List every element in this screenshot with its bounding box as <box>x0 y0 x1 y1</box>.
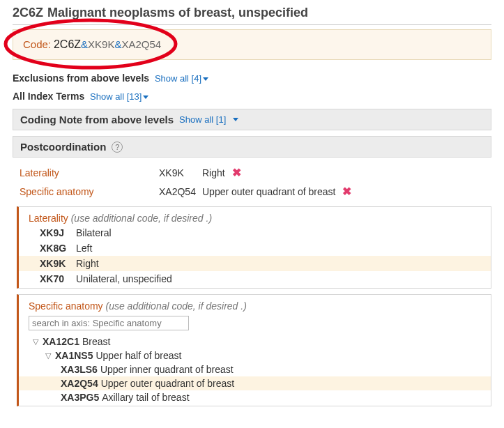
tree-leaf[interactable]: XA3PG5 Axillary tail of breast <box>19 390 491 404</box>
tree-leaf-selected[interactable]: XA2Q54 Upper outer quadrant of breast <box>19 376 491 390</box>
tree-toggle-icon[interactable]: ▽ <box>44 351 52 360</box>
exclusions-show-link[interactable]: Show all [4] <box>155 73 201 84</box>
axis-header: Specific anatomy (use additional code, i… <box>19 299 491 313</box>
coding-note-label: Coding Note from above levels <box>20 114 174 125</box>
tree-term: Breast <box>82 336 110 347</box>
title-code: 2C6Z <box>13 6 43 20</box>
divider <box>13 24 491 25</box>
axis-name: Specific anatomy <box>29 300 103 312</box>
tree-term: Upper inner quadrant of breast <box>100 364 234 375</box>
exclusions-section: Exclusions from above levels Show all [4… <box>13 72 491 84</box>
title-text: Malignant neoplasms of breast, unspecifi… <box>47 6 308 20</box>
postcoord-code: XA2Q54 <box>159 186 202 197</box>
tree-term: Upper outer quadrant of breast <box>101 378 234 389</box>
coding-note-show-link[interactable]: Show all [1] <box>179 114 226 125</box>
postcoord-row-anatomy: Specific anatomy XA2Q54 Upper outer quad… <box>13 182 491 201</box>
postcoord-row-laterality: Laterality XK9K Right ✖ <box>13 163 491 182</box>
coding-note-bar: Coding Note from above levels Show all [… <box>13 109 491 130</box>
code-label: Code: <box>23 38 51 50</box>
anatomy-search-input[interactable] <box>29 316 189 330</box>
postcoordination-label: Postcoordination <box>20 141 106 153</box>
tree-code: XA3PG5 <box>61 392 99 403</box>
tree-term: Upper half of breast <box>96 350 181 361</box>
tree-toggle-icon[interactable]: ▽ <box>31 337 40 346</box>
postcoord-axis-label: Specific anatomy <box>20 186 159 197</box>
index-terms-label: All Index Terms <box>13 91 84 102</box>
postcoord-code: XK9K <box>159 167 202 178</box>
caret-down-icon <box>143 95 148 99</box>
postcoord-term: Upper outer quadrant of breast <box>202 186 335 197</box>
tree-code: XA12C1 <box>43 336 79 347</box>
tree-code: XA1NS5 <box>55 350 93 361</box>
laterality-option-selected[interactable]: XK9K Right <box>19 256 491 271</box>
axis-hint: (use additional code, if desired .) <box>106 300 247 312</box>
index-terms-show-link[interactable]: Show all [13] <box>90 91 142 102</box>
code-amp2: & <box>114 38 121 50</box>
option-code: XK70 <box>40 273 72 284</box>
code-main-value: 2C6Z <box>54 38 81 50</box>
tree-code: XA2Q54 <box>61 378 98 389</box>
axis-name: Laterality <box>29 213 68 224</box>
option-code: XK8G <box>40 243 72 254</box>
laterality-option[interactable]: XK9J Bilateral <box>19 225 491 240</box>
index-terms-section: All Index Terms Show all [13] <box>13 91 491 102</box>
anatomy-axis-block: Specific anatomy (use additional code, i… <box>17 294 491 406</box>
option-term: Bilateral <box>76 227 112 238</box>
tree-leaf[interactable]: XA3LS6 Upper inner quadrant of breast <box>19 362 491 376</box>
axis-header: Laterality (use additional code, if desi… <box>19 211 491 225</box>
code-post2: XA2Q54 <box>121 38 161 50</box>
tree-term: Axillary tail of breast <box>102 392 189 403</box>
help-icon[interactable]: ? <box>112 142 123 153</box>
laterality-axis-block: Laterality (use additional code, if desi… <box>17 206 491 289</box>
remove-icon[interactable]: ✖ <box>342 185 351 198</box>
code-amp1: & <box>81 38 88 50</box>
axis-hint: (use additional code, if desired .) <box>71 213 212 224</box>
option-term: Right <box>76 258 99 269</box>
exclusions-label: Exclusions from above levels <box>13 72 149 84</box>
option-term: Left <box>76 243 92 254</box>
laterality-option[interactable]: XK70 Unilateral, unspecified <box>19 271 491 286</box>
tree-node[interactable]: ▽ XA1NS5 Upper half of breast <box>19 349 491 362</box>
code-box: Code: 2C6Z&XK9K&XA2Q54 <box>13 29 491 60</box>
postcoord-term: Right <box>202 167 225 178</box>
postcoord-axis-label: Laterality <box>20 167 159 178</box>
tree-node[interactable]: ▽ XA12C1 Breast <box>19 335 491 349</box>
code-post1: XK9K <box>88 38 114 50</box>
caret-down-icon <box>233 118 238 121</box>
option-term: Unilateral, unspecified <box>76 273 172 284</box>
option-code: XK9K <box>40 258 72 269</box>
remove-icon[interactable]: ✖ <box>232 166 241 179</box>
caret-down-icon <box>203 77 208 81</box>
postcoordination-bar: Postcoordination ? <box>13 136 491 158</box>
page-title-row: 2C6Z Malignant neoplasms of breast, unsp… <box>13 6 491 24</box>
option-code: XK9J <box>40 227 72 238</box>
tree-code: XA3LS6 <box>61 364 98 375</box>
laterality-option[interactable]: XK8G Left <box>19 240 491 256</box>
